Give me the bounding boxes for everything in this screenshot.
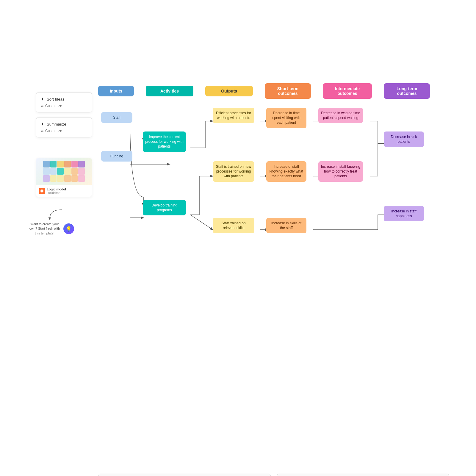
bottom-notes: Assumptions: Current processes have a lo… bbox=[98, 474, 449, 476]
increase-treat-node[interactable]: Increase in staff knowing how to correct… bbox=[318, 161, 363, 182]
preview-grid bbox=[43, 161, 85, 182]
funding-node[interactable]: Funding bbox=[101, 151, 132, 162]
header-inputs[interactable]: Inputs bbox=[98, 86, 134, 96]
start-fresh-row: Want to create your own? Start fresh wit… bbox=[28, 222, 74, 236]
start-fresh-area: Want to create your own? Start fresh wit… bbox=[28, 208, 74, 236]
short-increase-skills[interactable]: Increase in skills of the staff bbox=[266, 218, 306, 233]
template-info: Logic model Lucidchart bbox=[47, 187, 66, 195]
decrease-sick-node[interactable]: Decrease in sick patients bbox=[384, 131, 424, 147]
start-fresh-button[interactable]: 💡 bbox=[63, 223, 74, 234]
short-increase-knowing[interactable]: Increase of staff knowing exactly what t… bbox=[266, 161, 306, 182]
increase-happiness-node[interactable]: Increase in staff happiness bbox=[384, 206, 424, 221]
decrease-wasted-node[interactable]: Decrease in wasted time patients spend w… bbox=[318, 108, 363, 123]
long-decrease-sick[interactable]: Decrease in sick patients bbox=[384, 131, 424, 147]
header-activities[interactable]: Activities bbox=[146, 86, 193, 96]
sort-customize-row[interactable]: ⇌ Customize bbox=[41, 104, 87, 108]
long-increase-happiness[interactable]: Increase in staff happiness bbox=[384, 206, 424, 221]
diagram-area: Inputs Activities Outputs Short-term out… bbox=[98, 83, 461, 280]
assumptions-box[interactable]: Assumptions: Current processes have a lo… bbox=[98, 474, 271, 476]
svg-point-0 bbox=[40, 190, 43, 192]
activity-develop[interactable]: Develop training programs bbox=[143, 200, 186, 215]
increase-knowing-node[interactable]: Increase of staff knowing exactly what t… bbox=[266, 161, 306, 182]
contextual-box[interactable]: Contextual factors: Staff resistance to … bbox=[277, 474, 449, 476]
sort-ideas-label: Sort Ideas bbox=[47, 97, 64, 101]
trained-skills-node[interactable]: Staff trained on relevant skills bbox=[213, 218, 254, 233]
curve-arrow-icon bbox=[47, 208, 65, 220]
output-efficient[interactable]: Efficient processes for working with pat… bbox=[213, 108, 254, 123]
staff-node[interactable]: Staff bbox=[101, 112, 132, 123]
sort-icon: ✦ bbox=[41, 97, 44, 101]
output-trained-skills[interactable]: Staff trained on relevant skills bbox=[213, 218, 254, 233]
headers-row: Inputs Activities Outputs Short-term out… bbox=[98, 83, 461, 99]
input-funding[interactable]: Funding bbox=[101, 151, 132, 162]
input-staff[interactable]: Staff bbox=[101, 112, 132, 123]
summarize-icon: ✦ bbox=[41, 122, 44, 126]
left-panel: ✦ Sort Ideas ⇌ Customize ✦ Summarize ⇌ C… bbox=[36, 92, 92, 137]
trained-new-node[interactable]: Staff is trained on new processes for wo… bbox=[213, 161, 254, 182]
increase-skills-node[interactable]: Increase in skills of the staff bbox=[266, 218, 306, 233]
header-short-term[interactable]: Short-term outcomes bbox=[265, 83, 311, 99]
inter-increase-treat[interactable]: Increase in staff knowing how to correct… bbox=[318, 161, 363, 182]
flow-diagram: Staff Funding Improve the current proces… bbox=[98, 105, 449, 248]
activity-improve[interactable]: Improve the current process for working … bbox=[143, 131, 186, 152]
sliders-icon: ⇌ bbox=[41, 104, 43, 108]
short-decrease-time[interactable]: Decrease in time spent visiting with eac… bbox=[266, 108, 306, 128]
sliders2-icon: ⇌ bbox=[41, 129, 43, 133]
template-card[interactable]: Logic model Lucidchart bbox=[36, 158, 92, 197]
sort-ideas-button[interactable]: ✦ Sort Ideas bbox=[41, 97, 87, 101]
output-trained-new[interactable]: Staff is trained on new processes for wo… bbox=[213, 161, 254, 182]
header-intermediate[interactable]: Intermediate outcomes bbox=[323, 83, 372, 99]
header-long-term[interactable]: Long-term outcomes bbox=[384, 83, 430, 99]
lucidchart-logo bbox=[39, 188, 45, 194]
sort-customize-label: Customize bbox=[45, 104, 62, 108]
develop-node[interactable]: Develop training programs bbox=[143, 200, 186, 215]
summarize-customize-label: Customize bbox=[45, 129, 62, 133]
summarize-card: ✦ Summarize ⇌ Customize bbox=[36, 117, 92, 137]
template-brand: Lucidchart bbox=[47, 191, 66, 195]
summarize-customize-row[interactable]: ⇌ Customize bbox=[41, 129, 87, 133]
improve-node[interactable]: Improve the current process for working … bbox=[143, 131, 186, 152]
template-preview bbox=[36, 158, 92, 185]
header-outputs[interactable]: Outputs bbox=[205, 86, 253, 96]
summarize-label: Summarize bbox=[47, 122, 66, 126]
inter-decrease-wasted[interactable]: Decrease in wasted time patients spend w… bbox=[318, 108, 363, 123]
summarize-button[interactable]: ✦ Summarize bbox=[41, 122, 87, 126]
template-name: Logic model bbox=[47, 187, 66, 191]
efficient-node[interactable]: Efficient processes for working with pat… bbox=[213, 108, 254, 123]
sort-ideas-card: ✦ Sort Ideas ⇌ Customize bbox=[36, 92, 92, 112]
template-label: Logic model Lucidchart bbox=[36, 185, 92, 197]
start-fresh-text: Want to create your own? Start fresh wit… bbox=[28, 222, 61, 236]
decrease-time-node[interactable]: Decrease in time spent visiting with eac… bbox=[266, 108, 306, 128]
